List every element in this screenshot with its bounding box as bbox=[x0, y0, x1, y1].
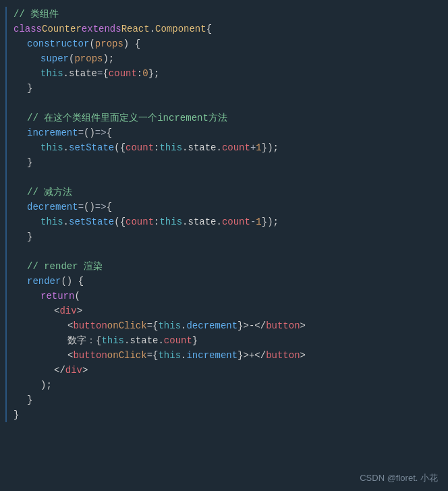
dot-11: . bbox=[158, 335, 163, 346]
code-line-22: < button onClick ={ this . decrement }> … bbox=[0, 318, 448, 333]
paren-8: }); bbox=[262, 216, 279, 227]
brace-jsx-1: }> bbox=[237, 320, 249, 331]
code-line-23: 数字： { this . state . count } bbox=[0, 333, 448, 348]
code-line-26: ); bbox=[0, 378, 448, 393]
eq-2: = bbox=[78, 127, 84, 138]
dot-9: . bbox=[181, 320, 186, 331]
state-1: state bbox=[69, 68, 97, 79]
attr-onclick-2: onClick bbox=[107, 350, 147, 361]
comment-increment-word: increment bbox=[157, 113, 208, 123]
state-2: state bbox=[188, 142, 216, 153]
brace-close-3: } bbox=[27, 231, 32, 242]
arrow-1: () bbox=[84, 127, 95, 138]
comment-4: // render 渲染 bbox=[27, 260, 103, 272]
code-line-8: // 在这个类组件里面定义一个 increment 方法 bbox=[0, 111, 448, 125]
angle-7: </ bbox=[254, 350, 266, 361]
func-decrement-ref: decrement bbox=[186, 320, 237, 331]
angle-2: > bbox=[77, 306, 82, 316]
num-2: 1 bbox=[256, 216, 261, 227]
code-line-9: increment = () => { bbox=[0, 125, 448, 140]
angle-3: < bbox=[67, 320, 73, 331]
comment-2: // 在这个类组件里面定义一个 bbox=[27, 112, 157, 124]
this-4: this bbox=[40, 216, 63, 227]
paren-4: ); bbox=[103, 53, 114, 64]
arrow-op-2: => bbox=[95, 202, 107, 212]
class-component: Component bbox=[155, 24, 206, 34]
brace-5: { bbox=[107, 202, 112, 212]
code-line-14: decrement = () => { bbox=[0, 200, 448, 214]
code-line-17 bbox=[0, 244, 448, 259]
brace-open-1: { bbox=[206, 24, 212, 34]
dot-1: . bbox=[150, 24, 155, 34]
count-key-6: count bbox=[164, 335, 192, 346]
jsx-button-2-close: button bbox=[266, 350, 300, 361]
comment-1: // 类组件 bbox=[13, 8, 59, 20]
paren-10: ( bbox=[74, 291, 80, 301]
comment-2b: 方法 bbox=[208, 112, 227, 124]
jsx-div-open: div bbox=[59, 306, 76, 316]
code-line-27: } bbox=[0, 393, 448, 407]
dot-8: . bbox=[217, 216, 222, 227]
comment-3: // 减方法 bbox=[27, 186, 72, 198]
brace-7: } bbox=[192, 335, 198, 346]
func-setstate-2: setState bbox=[69, 216, 114, 227]
count-key-3: count bbox=[222, 142, 250, 153]
count-key-5: count bbox=[222, 216, 250, 227]
code-line-2: class Counter extends React . Component … bbox=[0, 22, 448, 36]
dot-3: . bbox=[63, 142, 69, 153]
brace-close-1: } bbox=[27, 83, 32, 94]
paren-9: () { bbox=[61, 276, 84, 287]
func-render: render bbox=[27, 276, 61, 287]
dot-4: . bbox=[182, 142, 188, 153]
brace-3: }; bbox=[148, 68, 160, 79]
code-line-18: // render 渲染 bbox=[0, 259, 448, 274]
brace-4: { bbox=[107, 127, 112, 138]
this-2: this bbox=[40, 142, 63, 153]
watermark: CSDN @floret. 小花 bbox=[360, 472, 438, 484]
attr-onclick-1: onClick bbox=[107, 320, 147, 331]
eq-3: = bbox=[78, 202, 84, 212]
dot-12: . bbox=[181, 350, 186, 361]
angle-5: > bbox=[300, 320, 306, 331]
this-5: this bbox=[159, 216, 182, 227]
code-line-16: } bbox=[0, 229, 448, 244]
angle-6: < bbox=[67, 350, 73, 361]
state-4: state bbox=[130, 335, 158, 346]
paren-6: }); bbox=[262, 142, 279, 153]
plus-1: + bbox=[250, 142, 256, 153]
param-props: props bbox=[95, 38, 123, 49]
chinese-text: 数字： bbox=[67, 335, 96, 347]
brace-close-5: } bbox=[13, 409, 19, 420]
func-setstate-1: setState bbox=[69, 142, 114, 153]
code-line-5: this . state = { count : 0 }; bbox=[0, 66, 448, 81]
count-key-1: count bbox=[109, 68, 137, 79]
count-key-2: count bbox=[125, 142, 154, 153]
angle-10: > bbox=[82, 365, 88, 376]
param-props-2: props bbox=[74, 53, 103, 64]
brace-2: { bbox=[103, 68, 108, 79]
this-8: this bbox=[158, 350, 181, 361]
keyword-return: return bbox=[40, 291, 74, 301]
code-line-7 bbox=[0, 96, 448, 111]
code-line-11: } bbox=[0, 155, 448, 170]
jsx-button-1: button bbox=[73, 320, 107, 331]
func-increment: increment bbox=[27, 127, 78, 138]
paren-1: ( bbox=[89, 38, 94, 49]
code-container: // 类组件 class Counter extends React . Com… bbox=[0, 0, 448, 491]
func-decrement: decrement bbox=[27, 202, 78, 212]
colon-1: : bbox=[137, 68, 142, 79]
code-line-4: super ( props ); bbox=[0, 51, 448, 66]
btn-plus-label: + bbox=[249, 350, 254, 361]
angle-1: < bbox=[54, 306, 59, 316]
class-name: Counter bbox=[42, 24, 82, 34]
minus-1: - bbox=[250, 216, 256, 227]
keyword-class: class bbox=[13, 24, 42, 34]
keyword-extends: extends bbox=[82, 24, 121, 34]
dot-10: . bbox=[124, 335, 130, 346]
colon-2: : bbox=[154, 142, 159, 153]
code-line-19: render () { bbox=[0, 274, 448, 289]
this-6: this bbox=[158, 320, 181, 331]
code-line-6: } bbox=[0, 81, 448, 96]
func-super: super bbox=[40, 53, 69, 64]
angle-4: </ bbox=[254, 320, 266, 331]
